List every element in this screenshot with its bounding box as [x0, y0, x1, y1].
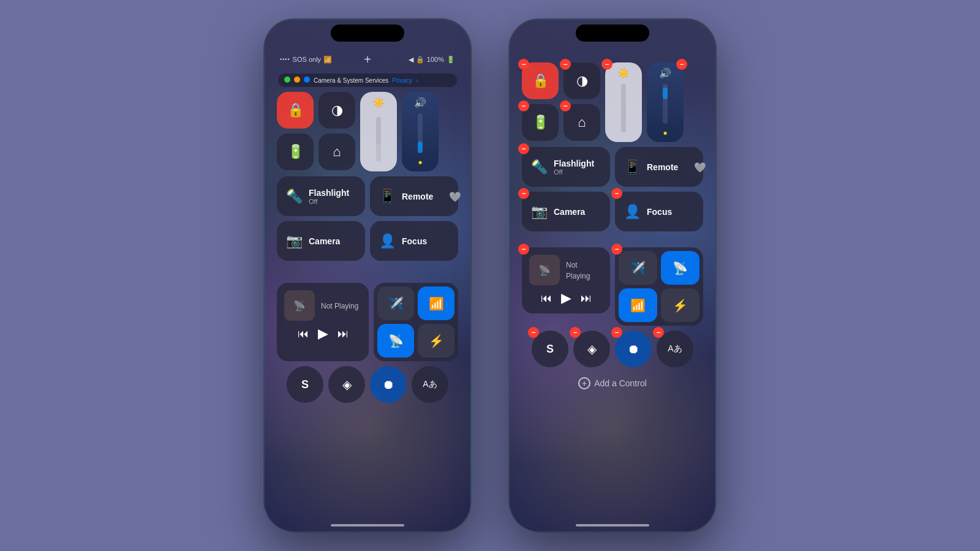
- camera-button[interactable]: 📷 Camera: [277, 221, 365, 261]
- flashlight-label-wrap: Flashlight Off: [309, 188, 349, 205]
- volume-slider-2[interactable]: 🔊 ●: [647, 62, 684, 142]
- cellular-icon: 📡: [388, 334, 404, 348]
- brightness-slider-2[interactable]: ☀️: [605, 62, 642, 142]
- flashlight-label-wrap-2: Flashlight Off: [554, 159, 594, 176]
- focus-button[interactable]: 👤 Focus: [370, 221, 458, 261]
- focus-label: Focus: [402, 236, 427, 246]
- minus-badge-translate[interactable]: −: [653, 327, 664, 338]
- minus-badge-media[interactable]: −: [518, 244, 529, 255]
- flashlight-label-2: Flashlight: [554, 159, 594, 168]
- status-left: •••• SOS only 📶: [280, 56, 332, 64]
- play-button-2[interactable]: ▶: [561, 290, 571, 306]
- wifi-icon: 📶: [323, 56, 332, 64]
- wifi-icon-btn: 📶: [429, 296, 444, 311]
- remote-button[interactable]: 📱 Remote: [370, 176, 458, 216]
- flashlight-icon: 🔦: [286, 189, 303, 204]
- camera-label-2: Camera: [554, 207, 585, 217]
- remote-label-2: Remote: [647, 162, 678, 172]
- low-power-button[interactable]: 🔋: [277, 133, 314, 170]
- shazam-button[interactable]: S: [287, 366, 323, 403]
- home-control-button[interactable]: ⌂: [318, 133, 355, 170]
- connectivity-grid: ✈️ 📶 📡 ⚡: [374, 283, 458, 361]
- wifi-button[interactable]: 📶: [418, 287, 454, 320]
- minus-badge-conn[interactable]: −: [611, 244, 622, 255]
- minus-badge-dark[interactable]: −: [560, 59, 571, 70]
- heart-icon[interactable]: 🤍: [449, 190, 461, 202]
- svg-point-1: [294, 77, 300, 83]
- layers-icon-2: ◈: [587, 342, 597, 356]
- volume-icon: 🔊: [414, 97, 426, 108]
- heart-icon-2[interactable]: 🤍: [694, 161, 706, 173]
- rotation-lock-button[interactable]: 🔒: [277, 92, 314, 129]
- minus-badge-layers[interactable]: −: [570, 327, 581, 338]
- record-button[interactable]: ⏺: [370, 366, 407, 403]
- bluetooth-button-2[interactable]: ⚡: [661, 288, 699, 322]
- minus-badge-flashlight[interactable]: −: [518, 143, 529, 154]
- rewind-button[interactable]: ⏮: [298, 328, 309, 340]
- media-widget: 📡 Not Playing ⏮ ▶ ⏭: [277, 283, 369, 361]
- battery-pct: 100%: [427, 56, 444, 63]
- minus-badge-record[interactable]: −: [611, 327, 622, 338]
- cellular-button[interactable]: 📡: [377, 324, 414, 358]
- layers-button[interactable]: ◈: [328, 366, 365, 403]
- fastforward-button[interactable]: ⏭: [337, 328, 349, 340]
- fastforward-button-2[interactable]: ⏭: [581, 292, 592, 305]
- album-art-2: 📡: [529, 255, 560, 285]
- volume-slider[interactable]: 🔊 ●: [402, 92, 439, 171]
- minus-badge-volume[interactable]: −: [676, 59, 687, 70]
- notch-2: [576, 24, 649, 42]
- volume-wrap: − 🔊 ●: [647, 62, 684, 142]
- remote-button-2[interactable]: 📱 Remote: [615, 147, 703, 187]
- remote-label-wrap-2: Remote: [647, 162, 678, 172]
- cellular-button-2[interactable]: 📶: [619, 288, 657, 322]
- brightness-slider[interactable]: ☀️: [360, 92, 397, 171]
- cc-row-camera-focus: 📷 Camera 👤 Focus: [277, 221, 458, 261]
- add-control-plus[interactable]: +: [578, 377, 590, 389]
- minus-badge-focus[interactable]: −: [611, 188, 622, 199]
- privacy-link[interactable]: Privacy: [392, 77, 412, 84]
- minus-badge-power[interactable]: −: [518, 100, 529, 111]
- media-info: Not Playing: [321, 300, 361, 311]
- camera-wrap-2: − 📷 Camera: [522, 192, 610, 231]
- translate-icon-2: Aあ: [668, 343, 682, 354]
- bluetooth-icon: ⚡: [429, 334, 444, 348]
- media-connectivity-row: 📡 Not Playing ⏮ ▶ ⏭ ✈️: [277, 283, 458, 361]
- small-controls-grid-2: − 🔒 − ◑ −: [522, 62, 600, 142]
- flashlight-button[interactable]: 🔦 Flashlight Off: [277, 176, 365, 216]
- add-control-section[interactable]: + Add a Control: [522, 372, 703, 394]
- airplay-icon: 📡: [293, 300, 306, 312]
- flashlight-label: Flashlight: [309, 188, 349, 198]
- minus-badge-home[interactable]: −: [560, 100, 571, 111]
- svg-point-2: [304, 77, 310, 83]
- permission-bar[interactable]: Camera & System Services Privacy ›: [278, 73, 457, 87]
- minus-badge-camera[interactable]: −: [518, 188, 529, 199]
- play-button[interactable]: ▶: [318, 326, 328, 342]
- rewind-button-2[interactable]: ⏮: [541, 292, 552, 305]
- location-icon: ◀: [409, 56, 413, 64]
- minus-badge-brightness[interactable]: −: [601, 59, 612, 70]
- bluetooth-button[interactable]: ⚡: [418, 324, 454, 358]
- rotation-lock-icon-2: 🔒: [532, 73, 549, 89]
- status-right: ◀ 🔒 100% 🔋: [409, 56, 455, 64]
- remote-label-wrap: Remote: [402, 192, 433, 201]
- shazam-wrap: − S: [532, 331, 568, 367]
- perm-dot-green: [284, 77, 290, 84]
- rotation-lock-icon: 🔒: [287, 102, 304, 118]
- remote-wrap-2: 📱 Remote: [615, 147, 703, 187]
- minus-badge-shazam[interactable]: −: [528, 327, 539, 338]
- focus-button-2[interactable]: 👤 Focus: [615, 192, 703, 231]
- camera-button-2[interactable]: 📷 Camera: [522, 192, 610, 231]
- cc-row-flashlight-remote-2: − 🔦 Flashlight Off 📱: [522, 147, 703, 187]
- dark-mode-button[interactable]: ◑: [318, 92, 355, 129]
- home-icon: ⌂: [333, 144, 341, 160]
- media-controls: ⏮ ▶ ⏭: [284, 326, 361, 342]
- airplane-button[interactable]: ✈️: [377, 287, 414, 320]
- focus-icon-2: 👤: [624, 204, 641, 220]
- translate-button[interactable]: Aあ: [412, 366, 448, 403]
- flashlight-button-2[interactable]: 🔦 Flashlight Off: [522, 147, 610, 187]
- plus-button[interactable]: +: [364, 53, 371, 67]
- minus-badge-rotation[interactable]: −: [518, 59, 529, 70]
- wifi-button-2[interactable]: 📡: [661, 251, 699, 285]
- bluetooth-icon-2: ⚡: [673, 298, 688, 313]
- airplane-button-2[interactable]: ✈️: [619, 251, 657, 285]
